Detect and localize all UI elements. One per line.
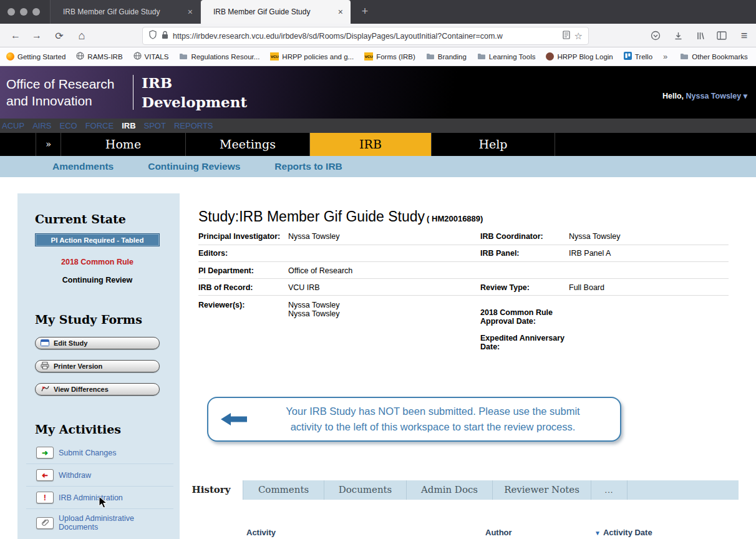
nav-tab-meetings[interactable]: Meetings [186,133,310,156]
button-label: Edit Study [54,339,87,347]
edit-study-icon [41,339,49,347]
app-link-reports[interactable]: REPORTS [174,121,213,130]
bookmark-folder[interactable]: Learning Tools [477,52,536,61]
tab-admin-docs[interactable]: Admin Docs [407,480,493,500]
lock-icon[interactable] [162,31,168,42]
bookmark-item[interactable]: Getting Started [6,52,65,61]
subnav-continuing-reviews[interactable]: Continuing Reviews [148,161,240,172]
bookmark-label: Branding [438,53,467,61]
activity-withdraw[interactable]: ➜ Withdraw [26,464,173,486]
edit-study-button[interactable]: Edit Study [35,337,160,349]
nav-tab-help[interactable]: Help [432,133,555,156]
minimize-window-button[interactable] [20,8,27,16]
current-state-badge: PI Action Required - Tabled [35,233,160,246]
home-button[interactable]: ⌂ [72,24,91,47]
field-value: IRB Panel A [569,249,611,258]
close-icon[interactable]: × [331,7,351,17]
forward-button[interactable]: → [27,24,46,47]
firefox-icon [6,52,14,61]
bookmark-item[interactable]: RAMS-IRB [76,52,122,61]
download-icon[interactable] [669,24,687,47]
app-name: IRB Development [142,73,247,112]
screen: IRB Member Gif Guide Study × IRB Member … [0,0,756,539]
common-rule-label: 2018 Common Rule [35,258,160,266]
app-link-spot[interactable]: SPOT [144,121,166,130]
sidebar-toggle-icon[interactable] [712,24,731,47]
user-menu[interactable]: Hello, Nyssa Towsley ▾ [662,91,747,100]
shield-icon[interactable] [148,30,157,42]
url-text[interactable]: https://irbdev.research.vcu.edu/irbdev8/… [173,32,558,41]
zoom-window-button[interactable] [32,8,40,16]
pocket-icon[interactable] [646,24,665,47]
bookmark-label: Other Bookmarks [692,53,747,61]
org-name: Office of Research and Innovation [6,75,115,109]
bookmark-label: Learning Tools [489,53,536,61]
nav-tab-home[interactable]: Home [61,133,186,156]
app-link-airs[interactable]: AIRS [32,121,51,130]
bookmark-folder[interactable]: Regulations Resour... [179,52,259,61]
activities-list: ➜ Submit Changes ➜ Withdraw ! IRB Admini… [26,442,173,537]
bookmark-star-icon[interactable]: ☆ [574,31,583,42]
close-window-button[interactable] [7,8,15,16]
blog-favicon [546,52,554,61]
new-tab-button[interactable]: + [357,4,373,20]
bookmarks-overflow-chevron[interactable]: » [663,52,667,61]
reload-button[interactable]: ⟳ [50,24,69,47]
left-arrow-icon [220,411,248,430]
app-link-eco[interactable]: ECO [59,121,77,130]
back-button[interactable]: ← [6,24,25,47]
column-header-activity-date[interactable]: ▼Activity Date [594,528,652,537]
app-link-irb[interactable]: IRB [122,121,135,130]
folder-icon [426,52,435,61]
window-controls [7,8,40,16]
bookmark-label: RAMS-IRB [87,53,122,61]
protocol-number: ( HM20016889) [427,214,483,223]
activity-submit-changes[interactable]: ➜ Submit Changes [26,442,173,464]
activity-upload-admin-documents[interactable]: Upload Administrative Documents [26,508,173,537]
bookmark-item[interactable]: Trello [624,52,652,61]
review-type-label: Continuing Review [35,276,160,284]
printer-version-button[interactable]: Printer Version [35,360,160,372]
activity-irb-administration[interactable]: ! IRB Administration [26,486,173,508]
field-value: Office of Research [288,266,352,275]
tab-documents[interactable]: Documents [324,480,407,500]
bookmark-item[interactable]: VITALS [133,52,169,61]
button-label: View Differences [54,386,109,393]
vcu-favicon: VCU [270,52,279,61]
folder-icon [179,52,188,61]
close-icon[interactable]: × [180,7,200,17]
library-icon[interactable] [691,24,710,47]
bookmark-item[interactable]: VCUHRPP policies and g... [270,52,354,61]
activity-label: Submit Changes [59,449,116,457]
menu-icon[interactable]: ≡ [735,24,754,47]
browser-tab-active[interactable]: IRB Member Gif Guide Study × [201,0,351,24]
subnav-amendments[interactable]: Amendments [52,161,114,172]
column-header-author[interactable]: Author [485,528,512,537]
app-link-acup[interactable]: ACUP [2,121,24,130]
divider [198,245,729,245]
browser-tab-inactive[interactable]: IRB Member Gif Guide Study × [50,0,201,24]
subnav-reports-to-irb[interactable]: Reports to IRB [274,161,342,172]
app-link-force[interactable]: FORCE [85,121,114,130]
column-header-activity[interactable]: Activity [246,528,276,537]
bookmark-label: HRPP policies and g... [282,53,354,61]
bookmark-folder[interactable]: Branding [426,52,467,61]
collapse-nav-button[interactable]: » [36,133,61,156]
nav-tab-irb-active[interactable]: IRB [310,133,432,156]
bookmark-label: VITALS [145,53,169,61]
tab-more[interactable]: ... [591,480,628,500]
bookmark-item[interactable]: HRPP Blog Login [546,52,613,61]
tab-reviewer-notes[interactable]: Reviewer Notes [493,480,591,500]
tab-comments[interactable]: Comments [243,480,324,500]
bookmark-item[interactable]: VCUForms (IRB) [364,52,415,61]
view-differences-button[interactable]: View Differences [35,383,160,396]
field-value: Full Board [569,283,604,292]
field-value: Nyssa Towsley [569,232,620,241]
bookmarks-bar: Getting Started RAMS-IRB VITALS Regulati… [0,47,756,66]
url-bar[interactable]: https://irbdev.research.vcu.edu/irbdev8/… [142,27,589,45]
tab-history[interactable]: History [180,480,243,500]
activity-label: Withdraw [59,471,91,480]
folder-icon [477,52,486,61]
reader-mode-icon[interactable] [563,31,570,42]
other-bookmarks[interactable]: Other Bookmarks [680,52,747,61]
